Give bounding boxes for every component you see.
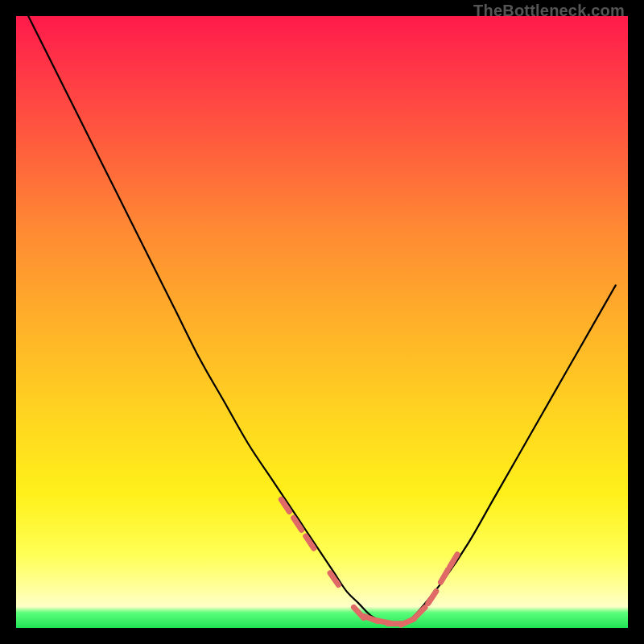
plot-area xyxy=(16,16,628,628)
highlight-dash xyxy=(294,518,302,530)
highlight-dash xyxy=(306,536,314,548)
highlight-dash xyxy=(440,570,448,583)
chart-frame: TheBottleneck.com xyxy=(0,0,644,644)
highlight-dash xyxy=(330,573,338,585)
highlight-dashes-group xyxy=(281,500,457,625)
highlight-dash xyxy=(281,500,289,512)
bottleneck-curve-line xyxy=(28,16,616,625)
highlight-dash xyxy=(428,592,436,604)
curve-layer xyxy=(16,16,628,628)
highlight-dash xyxy=(401,619,414,625)
highlight-dash xyxy=(415,608,425,618)
highlight-dash xyxy=(450,555,457,567)
